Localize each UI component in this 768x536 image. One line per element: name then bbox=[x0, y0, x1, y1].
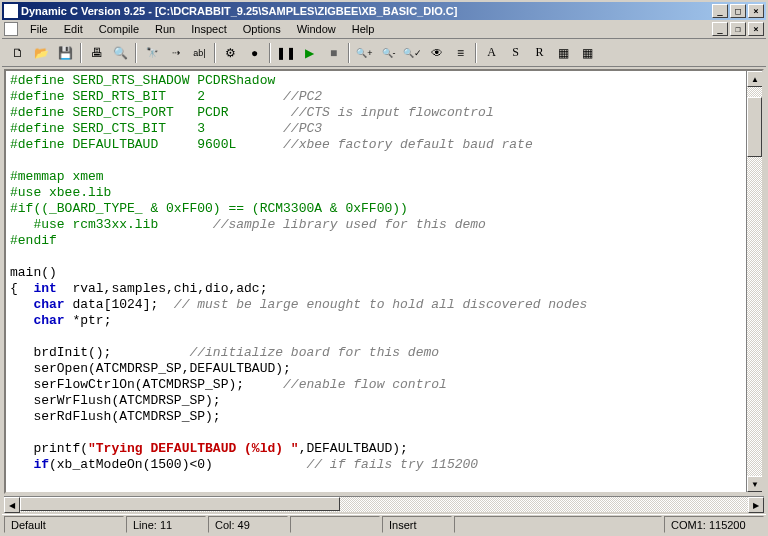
minimize-button[interactable]: _ bbox=[712, 4, 728, 18]
code-comment: //PC3 bbox=[283, 121, 322, 136]
horizontal-scrollbar[interactable]: ◀ ▶ bbox=[4, 496, 764, 512]
code-text bbox=[10, 313, 33, 328]
code-keyword: if bbox=[33, 457, 49, 472]
toolbar-separator bbox=[348, 43, 350, 63]
status-col: Col: 49 bbox=[208, 516, 288, 533]
toolbar-separator bbox=[80, 43, 82, 63]
scroll-left-button[interactable]: ◀ bbox=[4, 497, 20, 513]
stack-button[interactable]: S bbox=[504, 42, 527, 64]
code-keyword: int bbox=[33, 281, 56, 296]
menu-edit[interactable]: Edit bbox=[56, 21, 91, 37]
mdi-restore-button[interactable]: ❐ bbox=[730, 22, 746, 36]
code-comment: //enable flow control bbox=[283, 377, 447, 392]
stop-button[interactable]: ■ bbox=[322, 42, 345, 64]
status-blank1 bbox=[290, 516, 380, 533]
code-line: #define SERD_RTS_SHADOW PCDRShadow bbox=[10, 73, 275, 88]
code-comment: //PC2 bbox=[283, 89, 322, 104]
menu-run[interactable]: Run bbox=[147, 21, 183, 37]
code-text: data[1024]; bbox=[65, 297, 174, 312]
run-button[interactable]: ▶ bbox=[298, 42, 321, 64]
main-window: Dynamic C Version 9.25 - [C:\DCRABBIT_9.… bbox=[0, 0, 768, 536]
status-com: COM1: 115200 bbox=[664, 516, 764, 533]
app-icon bbox=[4, 4, 18, 18]
scroll-down-button[interactable]: ▼ bbox=[747, 476, 763, 492]
code-line: #use rcm33xx.lib bbox=[33, 217, 212, 232]
code-text: main() bbox=[10, 265, 57, 280]
new-button[interactable]: 🗋 bbox=[6, 42, 29, 64]
scroll-up-button[interactable]: ▲ bbox=[747, 71, 763, 87]
print-button[interactable]: 🖶 bbox=[85, 42, 108, 64]
replace-button[interactable]: ab| bbox=[188, 42, 211, 64]
find-button[interactable]: 🔭 bbox=[140, 42, 163, 64]
code-comment: // if fails try 115200 bbox=[306, 457, 478, 472]
toolbar-separator bbox=[214, 43, 216, 63]
mdi-icon[interactable] bbox=[4, 22, 18, 36]
code-text: { bbox=[10, 281, 33, 296]
code-text: printf( bbox=[10, 441, 88, 456]
code-string: "Trying DEFAULTBAUD (%ld) " bbox=[88, 441, 299, 456]
scroll-track[interactable] bbox=[20, 497, 748, 512]
code-comment: //initialize board for this demo bbox=[189, 345, 439, 360]
close-button[interactable]: × bbox=[748, 4, 764, 18]
code-keyword: char bbox=[33, 313, 64, 328]
window-title: Dynamic C Version 9.25 - [C:\DCRABBIT_9.… bbox=[21, 5, 712, 17]
asm-button[interactable]: A bbox=[480, 42, 503, 64]
mem1-button[interactable]: ▦ bbox=[552, 42, 575, 64]
toolbar-separator bbox=[475, 43, 477, 63]
code-keyword: char bbox=[33, 297, 64, 312]
code-text: serRdFlush(ATCMDRSP_SP); bbox=[10, 409, 221, 424]
mdi-controls: _ ❐ × bbox=[712, 22, 764, 36]
toolbar: 🗋 📂 💾 🖶 🔍 🔭 ⇢ ab| ⚙ ● ❚❚ ▶ ■ 🔍+ 🔍- 🔍✓ 👁 … bbox=[2, 39, 766, 67]
menubar: File Edit Compile Run Inspect Options Wi… bbox=[2, 20, 766, 39]
compile-button[interactable]: ⚙ bbox=[219, 42, 242, 64]
window-controls: _ □ × bbox=[712, 4, 764, 18]
maximize-button[interactable]: □ bbox=[730, 4, 746, 18]
pause-button[interactable]: ❚❚ bbox=[274, 42, 297, 64]
code-comment: // must be large enought to hold all dis… bbox=[174, 297, 587, 312]
zoomin-button[interactable]: 🔍+ bbox=[353, 42, 376, 64]
toggle-bp-button[interactable]: ● bbox=[243, 42, 266, 64]
mdi-minimize-button[interactable]: _ bbox=[712, 22, 728, 36]
reg-button[interactable]: R bbox=[528, 42, 551, 64]
status-blank2 bbox=[454, 516, 662, 533]
status-mode: Default bbox=[4, 516, 124, 533]
menu-options[interactable]: Options bbox=[235, 21, 289, 37]
code-text: *ptr; bbox=[65, 313, 112, 328]
menu-compile[interactable]: Compile bbox=[91, 21, 147, 37]
code-editor[interactable]: #define SERD_RTS_SHADOW PCDRShadow #defi… bbox=[6, 71, 746, 492]
code-text: ,DEFAULTBAUD); bbox=[299, 441, 408, 456]
code-text: serFlowCtrlOn(ATCMDRSP_SP); bbox=[10, 377, 283, 392]
toolbar-separator bbox=[269, 43, 271, 63]
menu-window[interactable]: Window bbox=[289, 21, 344, 37]
menu-inspect[interactable]: Inspect bbox=[183, 21, 234, 37]
menu-help[interactable]: Help bbox=[344, 21, 383, 37]
open-button[interactable]: 📂 bbox=[30, 42, 53, 64]
code-text: brdInit(); bbox=[10, 345, 189, 360]
code-text: rval,samples,chi,dio,adc; bbox=[57, 281, 268, 296]
code-text bbox=[10, 297, 33, 312]
preview-button[interactable]: 🔍 bbox=[109, 42, 132, 64]
toolbar-separator bbox=[135, 43, 137, 63]
code-line: #if((_BOARD_TYPE_ & 0xFF00) == (RCM3300A… bbox=[10, 201, 408, 216]
scroll-right-button[interactable]: ▶ bbox=[748, 497, 764, 513]
statusbar: Default Line: 11 Col: 49 Insert COM1: 11… bbox=[2, 514, 766, 534]
scroll-track[interactable] bbox=[747, 87, 762, 476]
code-text: (xb_atModeOn(1500)<0) bbox=[49, 457, 306, 472]
findnext-button[interactable]: ⇢ bbox=[164, 42, 187, 64]
mdi-close-button[interactable]: × bbox=[748, 22, 764, 36]
status-line: Line: 11 bbox=[126, 516, 206, 533]
status-insert: Insert bbox=[382, 516, 452, 533]
mem2-button[interactable]: ▦ bbox=[576, 42, 599, 64]
zoomout-button[interactable]: 🔍- bbox=[377, 42, 400, 64]
editor-area: #define SERD_RTS_SHADOW PCDRShadow #defi… bbox=[4, 69, 764, 494]
code-text: serOpen(ATCMDRSP_SP,DEFAULTBAUD); bbox=[10, 361, 291, 376]
save-button[interactable]: 💾 bbox=[54, 42, 77, 64]
list-button[interactable]: ≡ bbox=[449, 42, 472, 64]
vertical-scrollbar[interactable]: ▲ ▼ bbox=[746, 71, 762, 492]
menu-file[interactable]: File bbox=[22, 21, 56, 37]
scroll-thumb[interactable] bbox=[20, 497, 340, 511]
code-text bbox=[10, 457, 33, 472]
scroll-thumb[interactable] bbox=[747, 97, 762, 157]
watch-button[interactable]: 👁 bbox=[425, 42, 448, 64]
zoomreset-button[interactable]: 🔍✓ bbox=[401, 42, 424, 64]
